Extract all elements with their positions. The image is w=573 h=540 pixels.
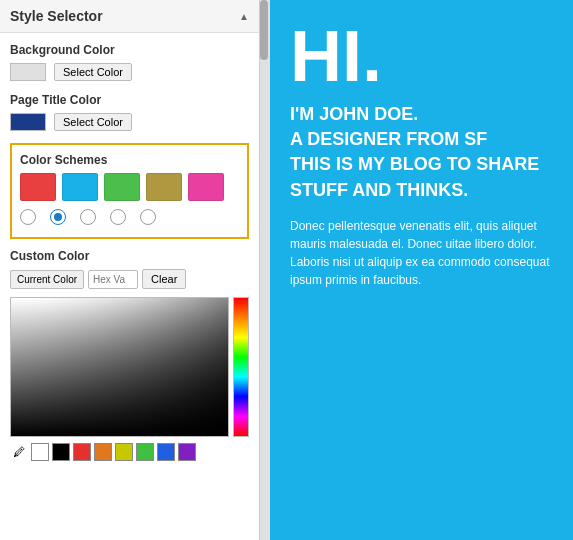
palette-orange[interactable]: [94, 443, 112, 461]
radio-option-4[interactable]: [110, 209, 126, 225]
current-color-button[interactable]: Current Color: [10, 270, 84, 289]
custom-color-label: Custom Color: [10, 249, 249, 263]
palette-blue[interactable]: [157, 443, 175, 461]
page-title-color-label: Page Title Color: [10, 93, 249, 107]
preview-description: Donec pellentesque venenatis elit, quis …: [290, 217, 553, 289]
palette-green[interactable]: [136, 443, 154, 461]
color-swatch-tan[interactable]: [146, 173, 182, 201]
color-swatch-red[interactable]: [20, 173, 56, 201]
color-schemes-label: Color Schemes: [20, 153, 239, 167]
palette-black[interactable]: [52, 443, 70, 461]
radio-row: [20, 209, 239, 225]
color-palette-row: 🖉: [10, 443, 249, 461]
select-page-title-color-button[interactable]: Select Color: [54, 113, 132, 131]
background-color-label: Background Color: [10, 43, 249, 57]
eyedropper-icon[interactable]: 🖉: [10, 443, 28, 461]
radio-option-2[interactable]: [50, 209, 66, 225]
page-title-color-section: Page Title Color Select Color: [10, 93, 249, 131]
radio-option-3[interactable]: [80, 209, 96, 225]
background-color-section: Background Color Select Color: [10, 43, 249, 81]
preview-heading: HI.: [290, 20, 553, 92]
palette-yellow[interactable]: [115, 443, 133, 461]
scrollbar-track[interactable]: [260, 0, 270, 540]
panel-header: Style Selector ▲: [0, 0, 259, 33]
panel-title: Style Selector: [10, 8, 103, 24]
style-selector-panel: Style Selector ▲ Background Color Select…: [0, 0, 260, 540]
select-background-color-button[interactable]: Select Color: [54, 63, 132, 81]
preview-intro-line3: THIS IS MY BLOG TO SHARE STUFF AND THINK…: [290, 154, 539, 199]
page-title-color-preview: [10, 113, 46, 131]
panel-body: Background Color Select Color Page Title…: [0, 33, 259, 540]
preview-intro-line1: I'M JOHN DOE.: [290, 104, 418, 124]
color-picker[interactable]: [10, 297, 249, 437]
radio-option-1[interactable]: [20, 209, 36, 225]
custom-color-section: Custom Color Current Color Clear 🖉: [10, 249, 249, 461]
gradient-dark-overlay: [11, 298, 228, 436]
color-swatch-green[interactable]: [104, 173, 140, 201]
custom-color-controls: Current Color Clear: [10, 269, 249, 289]
clear-button[interactable]: Clear: [142, 269, 186, 289]
scrollbar-thumb[interactable]: [260, 0, 268, 60]
palette-purple[interactable]: [178, 443, 196, 461]
preview-panel: HI. I'M JOHN DOE. A DESIGNER FROM SF THI…: [270, 0, 573, 540]
palette-white[interactable]: [31, 443, 49, 461]
preview-intro-line2: A DESIGNER FROM SF: [290, 129, 487, 149]
hex-value-input[interactable]: [88, 270, 138, 289]
collapse-arrow-icon[interactable]: ▲: [239, 11, 249, 22]
color-swatches-row: [20, 173, 239, 201]
color-swatch-pink[interactable]: [188, 173, 224, 201]
color-gradient-area[interactable]: [10, 297, 229, 437]
hue-slider[interactable]: [233, 297, 249, 437]
background-color-preview: [10, 63, 46, 81]
preview-intro: I'M JOHN DOE. A DESIGNER FROM SF THIS IS…: [290, 102, 553, 203]
color-schemes-section: Color Schemes: [10, 143, 249, 239]
color-swatch-blue[interactable]: [62, 173, 98, 201]
palette-red[interactable]: [73, 443, 91, 461]
radio-option-5[interactable]: [140, 209, 156, 225]
